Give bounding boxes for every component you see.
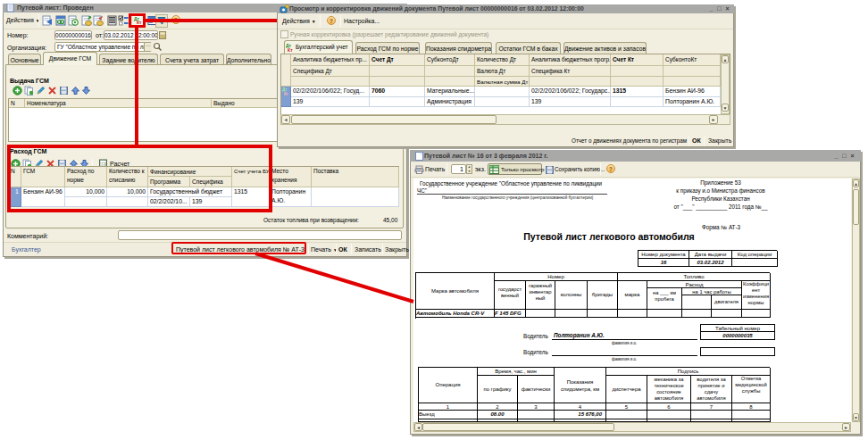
svg-text:Кт: Кт [288, 47, 293, 53]
svg-text:Кт: Кт [284, 92, 289, 96]
